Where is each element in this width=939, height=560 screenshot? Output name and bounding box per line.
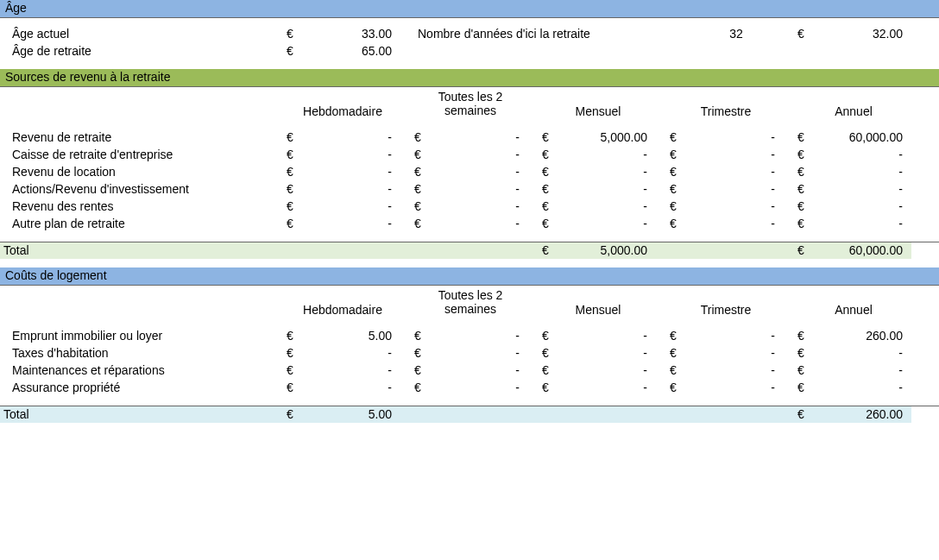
cell-value[interactable]: - [689, 198, 784, 216]
currency-symbol: € [413, 362, 433, 380]
cell-value[interactable]: - [689, 129, 784, 147]
currency-symbol: € [796, 164, 816, 181]
currency-symbol: € [540, 380, 561, 397]
currency-symbol: € [285, 129, 306, 147]
cell-value[interactable]: - [816, 198, 911, 216]
cell-value[interactable]: - [306, 345, 400, 362]
cell-value[interactable]: - [433, 147, 528, 164]
cell-value[interactable]: - [561, 181, 656, 198]
cell-value[interactable]: - [306, 380, 400, 397]
total-value: 260.00 [816, 406, 911, 423]
total-label: Total [0, 406, 285, 423]
cell-value[interactable]: 260.00 [816, 328, 911, 345]
cell-value[interactable]: - [689, 164, 784, 181]
total-value [561, 406, 656, 423]
currency-symbol: € [413, 198, 433, 216]
income-section-title: Sources de revenu à la retraite [0, 69, 939, 86]
cell-value[interactable]: - [433, 328, 528, 345]
cell-value[interactable]: - [816, 147, 911, 164]
currency-symbol [285, 242, 306, 259]
cell-value[interactable]: - [306, 198, 400, 216]
currency-symbol: € [668, 362, 689, 380]
cell-value[interactable]: - [306, 181, 400, 198]
cell-value[interactable]: - [816, 164, 911, 181]
total-value [433, 242, 528, 259]
cell-value[interactable]: - [433, 362, 528, 380]
cell-value[interactable]: - [306, 216, 400, 233]
currency-symbol: € [668, 147, 689, 164]
cell-value[interactable]: - [561, 216, 656, 233]
cell-value[interactable]: - [561, 164, 656, 181]
cell-value[interactable]: 5,000.00 [561, 129, 656, 147]
cell-value[interactable]: - [689, 181, 784, 198]
col-biweekly: Toutes les 2 semaines [413, 285, 528, 319]
total-value [306, 242, 400, 259]
currency-symbol: € [796, 328, 816, 345]
currency-symbol: € [796, 362, 816, 380]
cell-value[interactable]: - [689, 147, 784, 164]
currency-symbol: € [413, 380, 433, 397]
cell-value[interactable]: - [816, 362, 911, 380]
age-current-value[interactable]: 33.00 [306, 26, 400, 43]
cell-value[interactable]: - [561, 198, 656, 216]
cell-value[interactable]: - [306, 147, 400, 164]
currency-symbol: € [668, 345, 689, 362]
cell-value[interactable]: - [433, 198, 528, 216]
total-value [433, 406, 528, 423]
currency-symbol: € [796, 345, 816, 362]
cell-value[interactable]: - [306, 164, 400, 181]
total-value: 5.00 [306, 406, 400, 423]
years-to-retire-label: Nombre d'années d'ici la retraite [413, 26, 668, 43]
cell-value[interactable]: 60,000.00 [816, 129, 911, 147]
cell-value[interactable]: - [433, 216, 528, 233]
cell-value[interactable]: - [689, 362, 784, 380]
cell-value[interactable]: - [561, 380, 656, 397]
age-section-header: Âge [0, 0, 939, 17]
cell-value[interactable]: - [689, 380, 784, 397]
currency-symbol: € [540, 164, 561, 181]
currency-symbol: € [413, 129, 433, 147]
table-row: Revenu des rentes €- €- €- €- €- [0, 198, 939, 216]
currency-symbol: € [796, 216, 816, 233]
cell-value[interactable]: - [561, 328, 656, 345]
currency-symbol: € [285, 406, 306, 423]
cell-value[interactable]: - [433, 181, 528, 198]
cell-value[interactable]: - [561, 345, 656, 362]
cell-value[interactable]: - [689, 345, 784, 362]
cell-value[interactable]: - [561, 147, 656, 164]
currency-symbol: € [413, 345, 433, 362]
cell-value[interactable]: - [433, 129, 528, 147]
cell-value[interactable]: - [433, 345, 528, 362]
currency-symbol: € [668, 380, 689, 397]
age-retire-value[interactable]: 65.00 [306, 43, 400, 60]
total-value [689, 242, 784, 259]
row-label: Actions/Revenu d'investissement [0, 181, 285, 198]
currency-symbol: € [540, 242, 561, 259]
cell-value[interactable]: - [689, 216, 784, 233]
currency-symbol: € [668, 181, 689, 198]
currency-symbol: € [668, 129, 689, 147]
cell-value[interactable]: - [816, 380, 911, 397]
years-to-retire-value: 32.00 [816, 26, 911, 43]
row-label: Caisse de retraite d'entreprise [0, 147, 285, 164]
cell-value[interactable]: - [306, 362, 400, 380]
cell-value[interactable]: - [306, 129, 400, 147]
cell-value[interactable]: - [816, 345, 911, 362]
cell-value[interactable]: - [816, 216, 911, 233]
housing-columns-row1: Toutes les 2 semaines [0, 285, 939, 302]
currency-symbol: € [540, 345, 561, 362]
currency-symbol: € [285, 26, 306, 43]
cell-value[interactable]: - [561, 362, 656, 380]
housing-total-row: Total €5.00 €260.00 [0, 406, 939, 423]
row-label: Taxes d'habitation [0, 345, 285, 362]
currency-symbol: € [668, 216, 689, 233]
table-row: Maintenances et réparations €- €- €- €- … [0, 362, 939, 380]
currency-symbol: € [413, 216, 433, 233]
cell-value[interactable]: - [816, 181, 911, 198]
cell-value[interactable]: - [689, 328, 784, 345]
cell-value[interactable]: - [433, 164, 528, 181]
currency-symbol: € [540, 328, 561, 345]
cell-value[interactable]: - [433, 380, 528, 397]
currency-symbol [413, 242, 433, 259]
cell-value[interactable]: 5.00 [306, 328, 400, 345]
